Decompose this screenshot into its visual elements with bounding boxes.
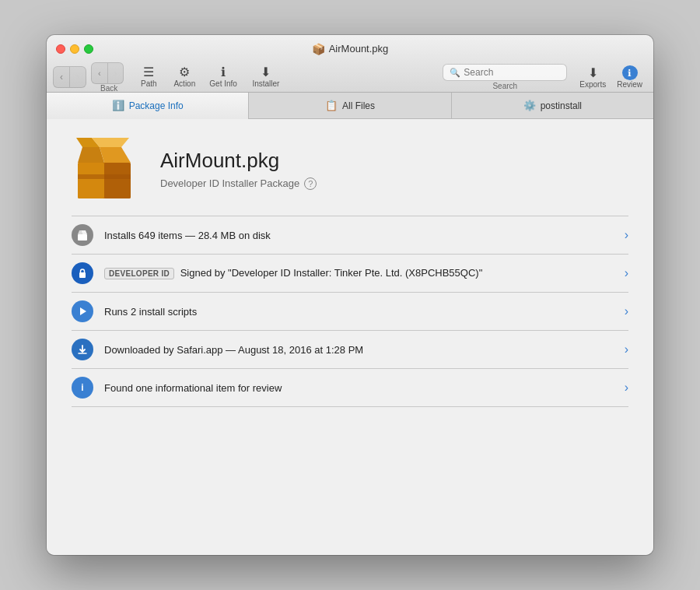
- tabs: ℹ️ Package Info 📋 All Files ⚙️ postinsta…: [47, 93, 653, 119]
- scripts-icon: [72, 300, 93, 322]
- lock-icon: [76, 267, 89, 279]
- title-text: AirMount.pkg: [329, 43, 389, 54]
- installs-text: Installs 649 items — 28.4 MB on disk: [104, 230, 614, 241]
- installs-chevron: ›: [625, 228, 628, 242]
- path-button[interactable]: ☰ Path: [131, 64, 166, 90]
- all-files-tab-icon: 📋: [325, 100, 338, 111]
- review-icon: ℹ: [622, 65, 638, 80]
- title-icon: 📦: [312, 43, 325, 55]
- review-row-chevron: ›: [625, 381, 628, 395]
- signed-chevron: ›: [625, 266, 628, 280]
- installs-icon: [72, 224, 93, 246]
- back-path-group2: ‹ ›: [91, 62, 124, 84]
- tab-all-files[interactable]: 📋 All Files: [249, 93, 451, 118]
- search-icon: 🔍: [450, 68, 460, 78]
- developer-badge: DEVELOPER ID: [104, 268, 174, 279]
- titlebar-top: 📦 AirMount.pkg: [47, 35, 653, 62]
- signed-icon: [72, 262, 93, 284]
- box-svg: [72, 138, 142, 200]
- content-area: AirMount.pkg Developer ID Installer Pack…: [47, 119, 653, 555]
- path-label: Path: [141, 79, 157, 88]
- window-title: 📦 AirMount.pkg: [312, 43, 389, 55]
- play-icon: [76, 305, 89, 318]
- forward-button[interactable]: ›: [70, 67, 86, 87]
- svg-marker-5: [100, 147, 131, 163]
- package-info-tab-icon: ℹ️: [112, 100, 124, 111]
- maximize-button[interactable]: [84, 44, 93, 54]
- review-row-icon: i: [72, 377, 93, 399]
- review-label: Review: [617, 80, 642, 89]
- scripts-chevron: ›: [625, 304, 628, 318]
- downloaded-text: Downloaded by Safari.app — August 18, 20…: [104, 344, 614, 356]
- action-icon: ⚙: [179, 66, 190, 79]
- get-info-button[interactable]: ℹ Get Info: [203, 64, 243, 90]
- review-button[interactable]: ℹ Review: [612, 64, 647, 90]
- svg-rect-12: [79, 272, 86, 278]
- downloaded-row[interactable]: Downloaded by Safari.app — August 18, 20…: [72, 331, 628, 369]
- signed-description: Signed by "Developer ID Installer: Tinke…: [180, 267, 483, 279]
- svg-marker-4: [78, 147, 104, 163]
- action-button[interactable]: ⚙ Action: [167, 64, 201, 90]
- minimize-button[interactable]: [70, 44, 79, 54]
- fwd-button2[interactable]: ›: [108, 63, 124, 83]
- signed-row[interactable]: DEVELOPER ID Signed by "Developer ID Ins…: [72, 255, 628, 293]
- traffic-lights: [56, 44, 93, 54]
- svg-rect-3: [78, 174, 131, 179]
- svg-rect-9: [78, 234, 87, 241]
- main-window: 📦 AirMount.pkg ‹ › ‹ › Back: [47, 35, 653, 555]
- exports-label: Exports: [579, 80, 606, 89]
- package-info-header: AirMount.pkg Developer ID Installer Pack…: [160, 149, 317, 190]
- scripts-row[interactable]: Runs 2 install scripts ›: [72, 293, 628, 331]
- back-label: Back: [100, 84, 117, 93]
- info-rows: Installs 649 items — 28.4 MB on disk › D…: [72, 216, 628, 407]
- action-label: Action: [173, 79, 195, 88]
- get-info-label: Get Info: [209, 79, 237, 88]
- installer-button[interactable]: ⬇ Installer: [245, 64, 287, 90]
- package-header: AirMount.pkg Developer ID Installer Pack…: [72, 138, 628, 200]
- toolbar: ‹ › ‹ › Back ☰ Path ⚙ Action: [47, 62, 653, 92]
- titlebar: 📦 AirMount.pkg ‹ › ‹ › Back: [47, 35, 653, 93]
- box-small-icon: [76, 229, 89, 241]
- postinstall-tab-label: postinstall: [541, 100, 582, 111]
- back-button[interactable]: ‹: [54, 67, 70, 87]
- search-container: 🔍 Search: [443, 64, 567, 90]
- search-label: Search: [492, 82, 517, 90]
- package-subtitle-text: Developer ID Installer Package: [160, 177, 299, 189]
- svg-text:i: i: [81, 382, 83, 393]
- exports-review-group: ⬇ Exports ℹ Review: [575, 64, 647, 90]
- postinstall-tab-icon: ⚙️: [523, 100, 536, 111]
- svg-rect-1: [78, 163, 104, 198]
- review-row[interactable]: i Found one informational item for revie…: [72, 369, 628, 407]
- signed-text: DEVELOPER ID Signed by "Developer ID Ins…: [104, 267, 614, 279]
- svg-rect-2: [104, 163, 131, 198]
- path-icon: ☰: [143, 66, 154, 79]
- package-name: AirMount.pkg: [160, 149, 317, 173]
- tab-postinstall[interactable]: ⚙️ postinstall: [452, 93, 653, 118]
- review-row-text: Found one informational item for review: [104, 382, 614, 394]
- installer-label: Installer: [252, 79, 279, 88]
- close-button[interactable]: [56, 44, 65, 54]
- download-icon: [76, 343, 89, 356]
- svg-marker-13: [80, 307, 86, 315]
- help-icon[interactable]: ?: [304, 177, 317, 190]
- search-bar[interactable]: 🔍: [443, 64, 567, 81]
- back-path-group: ‹ ›: [53, 66, 86, 88]
- downloaded-chevron: ›: [625, 342, 628, 356]
- scripts-text: Runs 2 install scripts: [104, 306, 614, 318]
- installs-row[interactable]: Installs 649 items — 28.4 MB on disk ›: [72, 216, 628, 255]
- package-icon: [72, 138, 142, 200]
- tab-package-info[interactable]: ℹ️ Package Info: [47, 93, 249, 118]
- get-info-icon: ℹ: [221, 66, 226, 79]
- package-subtitle: Developer ID Installer Package ?: [160, 177, 317, 190]
- installer-icon: ⬇: [261, 66, 271, 79]
- all-files-tab-label: All Files: [342, 100, 375, 111]
- search-input[interactable]: [464, 67, 560, 78]
- package-info-tab-label: Package Info: [129, 100, 184, 111]
- info-circle-icon: i: [76, 381, 89, 394]
- exports-icon: ⬇: [588, 65, 598, 80]
- downloaded-icon: [72, 339, 93, 360]
- exports-button[interactable]: ⬇ Exports: [575, 64, 611, 90]
- back-button2[interactable]: ‹: [92, 63, 108, 83]
